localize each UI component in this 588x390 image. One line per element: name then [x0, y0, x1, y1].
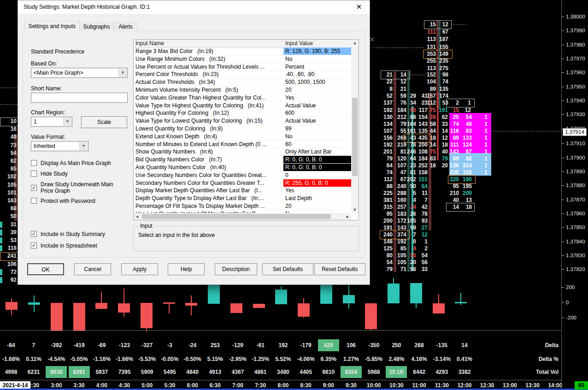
candle-body	[118, 303, 130, 313]
price-tick-label: 1.37870	[566, 197, 585, 202]
input-value: .40, .60, .80	[283, 71, 351, 78]
candle-body	[298, 303, 310, 317]
depth-highlight-box	[446, 203, 475, 212]
stat-cell: 7395	[114, 366, 135, 378]
price-axis-line	[561, 0, 562, 389]
input-list-row[interactable]: Number of Minutes to Extend Last Known D…	[134, 141, 351, 148]
tab-alerts[interactable]: Alerts	[114, 22, 137, 31]
tab-subgraphs[interactable]: Subgraphs	[80, 22, 113, 31]
input-list-row[interactable]: Display Market Depth Quantities After La…	[134, 187, 351, 195]
depth-quantity: 151	[407, 176, 428, 183]
price-tick-mark	[562, 227, 564, 228]
input-list-row[interactable]: Value Type for Highest Quantity for Colo…	[134, 102, 351, 110]
input-list-row[interactable]: Use Range Minimum Colors (In:32)No	[134, 55, 351, 63]
cancel-button[interactable]: Cancel	[74, 263, 111, 275]
input-list-row[interactable]: Secondary Numbers Color for Quantities G…	[134, 179, 351, 187]
checkbox-2[interactable]: ✓	[31, 185, 37, 191]
based-on-select[interactable]: <Main Price Graph> ▼	[31, 68, 128, 78]
close-icon[interactable]: ✕	[352, 2, 366, 12]
short-name-input[interactable]	[31, 93, 128, 103]
tab-settings-and-inputs[interactable]: Settings and Inputs	[24, 21, 80, 31]
help-button[interactable]: Help	[168, 263, 205, 275]
input-list-row[interactable]: Use Percent or Actual Values for Thresho…	[134, 63, 351, 71]
depth-quantity: 93	[407, 218, 428, 225]
input-value: Actual Value	[283, 117, 351, 124]
checkbox-3[interactable]	[31, 198, 37, 204]
candle-wick	[169, 302, 170, 313]
candle-body	[388, 284, 400, 303]
list-hscrollbar[interactable]: ◄ ►	[134, 213, 351, 220]
stat-cell: 4405	[295, 366, 317, 378]
left-depth-quantity: 49	[0, 134, 17, 141]
checkbox-label: Protect with Password	[41, 198, 126, 204]
depth-quantity: 195	[452, 183, 472, 190]
dashed-guide-line	[491, 131, 560, 131]
input-list-row[interactable]: Value Type for Lowest Quantity for Color…	[134, 117, 351, 125]
stat-cell: -1.66%	[114, 353, 135, 365]
stat-cell: -24	[182, 339, 203, 351]
checkbox-1[interactable]	[31, 171, 37, 177]
stat-cell: 3480	[272, 366, 294, 378]
left-depth-quantity: 31	[0, 221, 17, 228]
checkbox-label: Include in Spreadsheet	[41, 242, 97, 249]
input-list-row[interactable]: Extend Last Known Depth (In:4)No	[134, 133, 351, 141]
price-tick-label: 1.37990	[566, 28, 585, 33]
input-list-row[interactable]: Show Quantity Numbers (In:6)Only After L…	[134, 148, 351, 156]
chevron-down-icon[interactable]: ▼	[63, 118, 71, 126]
scale-button[interactable]: Scale	[81, 116, 127, 128]
price-tick-mark	[562, 59, 564, 59]
input-list-row[interactable]: Actual Color Thresholds (In:34)500, 1000…	[134, 78, 351, 86]
stat-cell: -419	[69, 339, 90, 351]
input-list-row[interactable]: Minimum Volume Intensity Percent (In:5)2…	[134, 86, 351, 94]
price-tick-mark	[562, 255, 564, 256]
chart-region-select[interactable]: 1 ▼	[31, 117, 72, 127]
depth-quantity: 1	[467, 148, 488, 155]
input-list-row[interactable]: Percentage Of Fill Space To Display Mark…	[134, 202, 351, 210]
depth-quantity: 1	[467, 135, 488, 142]
set-defaults-button[interactable]: Set Defaults	[262, 263, 313, 275]
stat-cell: 4840	[182, 366, 203, 378]
input-list-row[interactable]: Ask Quantity Numbers Color (In:40)R: 0, …	[134, 164, 351, 171]
scroll-left-icon[interactable]: ◄	[135, 214, 139, 219]
ok-button[interactable]: OK	[27, 263, 64, 275]
stat-cell: 4998	[0, 366, 22, 378]
dialog-titlebar[interactable]: Study Settings: Market Depth Historical …	[18, 0, 370, 14]
value-format-select[interactable]: Inherited ▼	[31, 141, 88, 151]
input-list-row[interactable]: Highest Quantity For Coloring (In:12)600	[134, 109, 351, 117]
input-list-row[interactable]: Lowest Quantity for Coloring (In:8)99	[134, 125, 351, 133]
dialog-title: Study Settings: Market Depth Historical …	[24, 4, 150, 10]
left-depth-quantity: 105	[0, 182, 17, 189]
chevron-down-icon[interactable]: ▼	[79, 142, 88, 150]
stat-cell: -123	[114, 339, 135, 351]
depth-quantity: 42	[407, 204, 428, 211]
hscroll-thumb[interactable]	[142, 214, 331, 219]
checkbox-bottom-0[interactable]: ✓	[31, 231, 37, 237]
chevron-down-icon[interactable]: ▼	[118, 69, 127, 77]
input-name: Value Type for Highest Quantity for Colo…	[135, 102, 282, 109]
stat-cell: -69	[91, 339, 112, 351]
price-tick-mark	[562, 87, 564, 87]
checkbox-0[interactable]	[31, 160, 37, 166]
stat-row-label: Delta %	[503, 353, 559, 365]
depth-highlight-box	[404, 134, 431, 142]
input-list-row[interactable]: Range 3 Max Bid Color (In:19)R: 128, G: …	[134, 47, 351, 55]
stat-cell: 4367	[227, 366, 248, 378]
input-list-row[interactable]: Bid Quantity Numbers Color (In:7)R: 0, G…	[134, 156, 351, 164]
apply-button[interactable]: Apply	[121, 263, 158, 275]
reset-defaults-button[interactable]: Reset Defaults	[314, 263, 365, 275]
input-list-row[interactable]: Percent Color Thresholds (In:23).40, .60…	[134, 71, 351, 78]
depth-quantity: 158	[407, 169, 428, 176]
checkbox-bottom-1[interactable]: ✓	[31, 242, 37, 248]
input-list-row[interactable]: Depth Quantity Type to Display After Las…	[134, 195, 351, 202]
description-button[interactable]: Description	[215, 263, 257, 275]
scroll-up-icon[interactable]: ▲	[351, 41, 359, 45]
scroll-down-icon[interactable]: ▼	[351, 207, 359, 212]
input-list-row[interactable]: Color Values Greater Than Highest Quanti…	[134, 94, 351, 102]
scroll-right-icon[interactable]: ►	[346, 214, 350, 219]
input-name: Lowest Quantity for Coloring (In:8)	[135, 125, 282, 132]
vscroll-thumb[interactable]	[352, 98, 358, 176]
input-name: Actual Color Thresholds (In:34)	[135, 79, 282, 85]
stat-cell: -135	[431, 339, 453, 351]
list-vscrollbar[interactable]: ▲ ▼	[351, 40, 359, 213]
input-list-row[interactable]: Use Secondary Numbers Color for Quantiti…	[134, 171, 351, 179]
